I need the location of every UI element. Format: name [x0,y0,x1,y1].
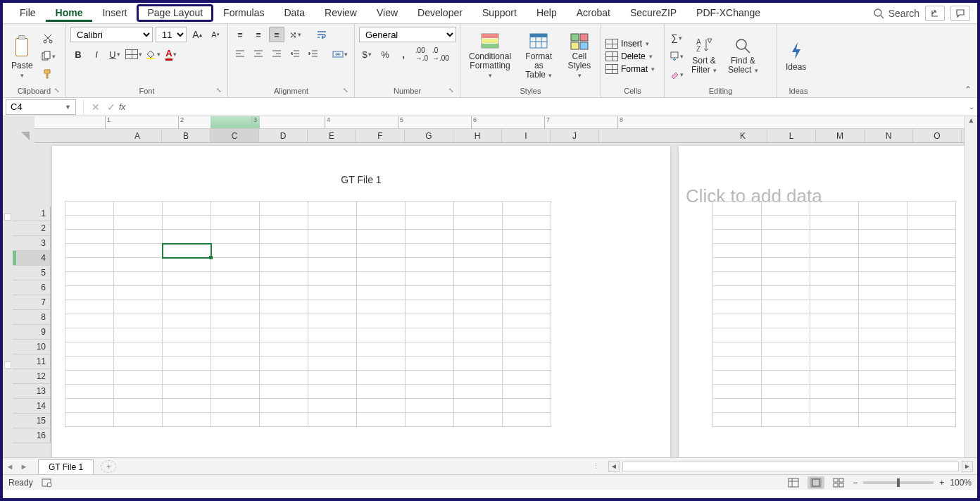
cell-A12[interactable] [65,357,114,371]
cell-B14[interactable] [114,385,163,399]
cell-L6[interactable] [762,272,810,286]
cell-N6[interactable] [859,272,907,286]
cell-J9[interactable] [503,314,551,328]
cell-E10[interactable] [260,328,308,342]
horizontal-ruler[interactable]: 12345678 [34,116,965,129]
column-header-A[interactable]: A [113,129,162,142]
cell-G11[interactable] [357,342,406,357]
cell-C9[interactable] [163,314,211,328]
cell-M1[interactable] [810,202,859,216]
sheet-tab-1[interactable]: GT File 1 [38,459,94,474]
column-header-H[interactable]: H [453,129,502,142]
cell-K14[interactable] [713,385,762,399]
cell-L1[interactable] [762,202,810,216]
row-header-9[interactable]: 9 [13,325,51,340]
tab-developer[interactable]: Developer [408,4,472,22]
cell-M3[interactable] [810,230,859,244]
cell-H14[interactable] [406,385,454,399]
cell-G6[interactable] [357,272,406,286]
cell-K10[interactable] [713,328,762,342]
cell-A1[interactable] [65,202,114,216]
cell-C15[interactable] [163,399,211,413]
cancel-formula-button[interactable]: ✕ [88,101,103,113]
cell-O9[interactable] [907,314,956,328]
add-data-placeholder[interactable]: Click to add data [679,146,977,207]
cell-K1[interactable] [713,202,762,216]
cell-C16[interactable] [163,413,211,427]
cell-L5[interactable] [762,258,810,272]
cell-N8[interactable] [859,300,907,314]
row-header-16[interactable]: 16 [13,428,51,443]
cell-F11[interactable] [308,342,357,357]
row-header-1[interactable]: 1 [13,206,51,221]
cell-B7[interactable] [114,286,163,300]
cell-M7[interactable] [810,286,859,300]
column-header-M[interactable]: M [816,129,865,142]
cell-B8[interactable] [114,300,163,314]
cell-J1[interactable] [503,202,551,216]
tab-formulas[interactable]: Formulas [213,4,274,22]
row-header-4[interactable]: 4 [13,251,51,266]
cell-I6[interactable] [454,272,503,286]
cell-H13[interactable] [406,371,454,385]
cell-A14[interactable] [65,385,114,399]
cell-K9[interactable] [713,314,762,328]
tab-page-layout[interactable]: Page Layout [137,4,213,22]
cell-M4[interactable] [810,244,859,258]
cell-B10[interactable] [114,328,163,342]
conditional-formatting-button[interactable]: ConditionalFormatting ▾ [465,31,515,82]
row-header-6[interactable]: 6 [13,280,51,295]
cell-E13[interactable] [260,371,308,385]
cell-B6[interactable] [114,272,163,286]
cell-N7[interactable] [859,286,907,300]
row-header-15[interactable]: 15 [13,414,51,428]
cell-B13[interactable] [114,371,163,385]
cut-button[interactable] [40,31,56,47]
cell-D12[interactable] [211,357,260,371]
column-header-G[interactable]: G [405,129,453,142]
cell-B12[interactable] [114,357,163,371]
column-header-B[interactable]: B [162,129,211,142]
cell-C7[interactable] [163,286,211,300]
cell-N10[interactable] [859,328,907,342]
cell-I13[interactable] [454,371,503,385]
cell-A4[interactable] [65,244,114,258]
cell-I9[interactable] [454,314,503,328]
cell-J16[interactable] [503,413,551,427]
zoom-slider[interactable] [863,481,934,484]
cell-G1[interactable] [357,202,406,216]
cell-G15[interactable] [357,399,406,413]
add-sheet-button[interactable]: + [101,460,116,473]
cell-A8[interactable] [65,300,114,314]
normal-view-button[interactable] [785,476,802,489]
cell-D3[interactable] [211,230,260,244]
align-right-button[interactable] [269,47,284,62]
cell-styles-button[interactable]: CellStyles ▾ [563,31,596,82]
cell-F1[interactable] [308,202,357,216]
cell-L15[interactable] [762,399,810,413]
sheet-nav-prev[interactable]: ◄ [3,462,17,471]
format-painter-button[interactable] [40,66,56,82]
cell-O11[interactable] [907,342,956,357]
vertical-scrollbar[interactable]: ▲ [965,116,977,457]
cell-O16[interactable] [907,413,956,427]
cell-N1[interactable] [859,202,907,216]
cell-grid-2[interactable] [712,201,956,427]
cell-B2[interactable] [114,216,163,230]
cell-E16[interactable] [260,413,308,427]
cell-A7[interactable] [65,286,114,300]
cell-L9[interactable] [762,314,810,328]
cell-D5[interactable] [211,258,260,272]
row-header-13[interactable]: 13 [13,384,51,399]
cell-M16[interactable] [810,413,859,427]
cell-H3[interactable] [406,230,454,244]
copy-button[interactable]: ▾ [40,49,56,64]
align-bottom-button[interactable]: ≡ [269,27,284,42]
cell-O6[interactable] [907,272,956,286]
tab-home[interactable]: Home [46,4,93,22]
cell-I11[interactable] [454,342,503,357]
find-select-button[interactable]: Find &Select ▾ [724,35,762,77]
cell-B5[interactable] [114,258,163,272]
cell-A11[interactable] [65,342,114,357]
row-header-12[interactable]: 12 [13,369,51,384]
